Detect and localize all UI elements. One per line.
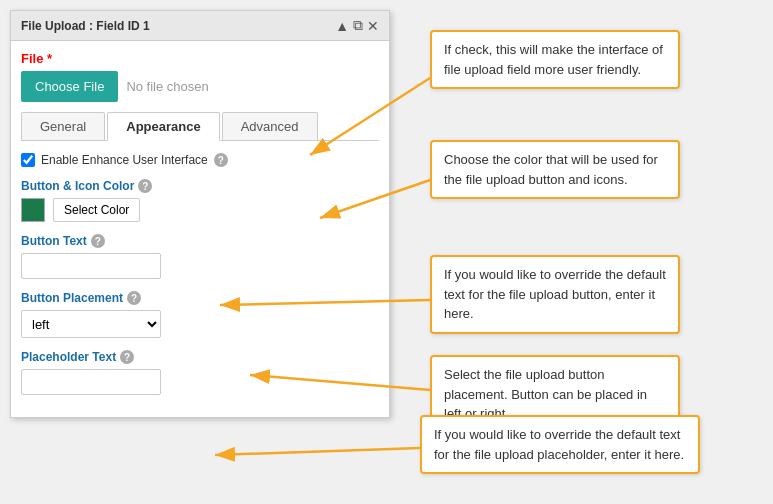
- tab-general[interactable]: General: [21, 112, 105, 140]
- svg-line-5: [215, 448, 420, 455]
- tooltip-2: Choose the color that will be used for t…: [430, 140, 680, 199]
- panel-header: File Upload : Field ID 1 ▲ ⧉ ✕: [11, 11, 389, 41]
- button-placement-help-icon[interactable]: ?: [127, 291, 141, 305]
- enable-ui-checkbox[interactable]: [21, 153, 35, 167]
- enable-ui-label: Enable Enhance User Interface: [41, 153, 208, 167]
- button-placement-group: Button Placement ? left right: [21, 291, 379, 338]
- enable-ui-help-icon[interactable]: ?: [214, 153, 228, 167]
- minimize-icon[interactable]: ▲: [335, 18, 349, 34]
- color-swatch: [21, 198, 45, 222]
- panel-header-icons: ▲ ⧉ ✕: [335, 17, 379, 34]
- panel-body: File * Choose File No file chosen Genera…: [11, 41, 389, 417]
- button-text-label: Button Text ?: [21, 234, 379, 248]
- button-icon-color-help-icon[interactable]: ?: [138, 179, 152, 193]
- copy-icon[interactable]: ⧉: [353, 17, 363, 34]
- tabs: General Appearance Advanced: [21, 112, 379, 141]
- close-icon[interactable]: ✕: [367, 18, 379, 34]
- tab-appearance[interactable]: Appearance: [107, 112, 219, 141]
- select-color-button[interactable]: Select Color: [53, 198, 140, 222]
- tooltip-3: If you would like to override the defaul…: [430, 255, 680, 334]
- enable-ui-row: Enable Enhance User Interface ?: [21, 153, 379, 167]
- button-text-group: Button Text ?: [21, 234, 379, 279]
- placeholder-text-group: Placeholder Text ?: [21, 350, 379, 395]
- placeholder-text-input[interactable]: [21, 369, 161, 395]
- button-placement-label: Button Placement ?: [21, 291, 379, 305]
- panel-title: File Upload : Field ID 1: [21, 19, 150, 33]
- placeholder-text-label: Placeholder Text ?: [21, 350, 379, 364]
- file-upload-panel: File Upload : Field ID 1 ▲ ⧉ ✕ File * Ch…: [10, 10, 390, 418]
- button-icon-color-group: Button & Icon Color ? Select Color: [21, 179, 379, 222]
- file-input-row: Choose File No file chosen: [21, 71, 379, 102]
- button-text-help-icon[interactable]: ?: [91, 234, 105, 248]
- button-placement-select[interactable]: left right: [21, 310, 161, 338]
- tooltip-5: If you would like to override the defaul…: [420, 415, 700, 474]
- choose-file-button[interactable]: Choose File: [21, 71, 118, 102]
- no-file-text: No file chosen: [126, 79, 208, 94]
- tab-advanced[interactable]: Advanced: [222, 112, 318, 140]
- tooltip-1: If check, this will make the interface o…: [430, 30, 680, 89]
- file-section: File * Choose File No file chosen: [21, 51, 379, 102]
- file-label: File *: [21, 51, 379, 66]
- color-row: Select Color: [21, 198, 379, 222]
- button-icon-color-label: Button & Icon Color ?: [21, 179, 379, 193]
- placeholder-text-help-icon[interactable]: ?: [120, 350, 134, 364]
- button-text-input[interactable]: [21, 253, 161, 279]
